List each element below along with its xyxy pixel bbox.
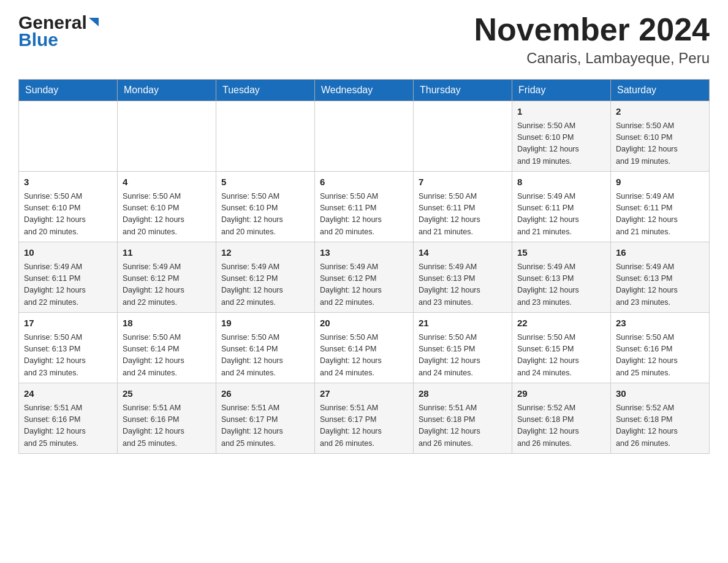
calendar-week-row: 24Sunrise: 5:51 AMSunset: 6:16 PMDayligh… — [19, 383, 710, 454]
calendar-week-row: 10Sunrise: 5:49 AMSunset: 6:11 PMDayligh… — [19, 242, 710, 313]
calendar-cell: 7Sunrise: 5:50 AMSunset: 6:11 PMDaylight… — [414, 172, 512, 242]
calendar-cell — [216, 101, 315, 172]
day-header-monday: Monday — [118, 80, 216, 101]
calendar-cell: 21Sunrise: 5:50 AMSunset: 6:15 PMDayligh… — [414, 313, 512, 383]
day-info: Sunrise: 5:52 AMSunset: 6:18 PMDaylight:… — [517, 402, 605, 450]
calendar-cell: 29Sunrise: 5:52 AMSunset: 6:18 PMDayligh… — [512, 383, 611, 454]
day-info: Sunrise: 5:49 AMSunset: 6:12 PMDaylight:… — [320, 261, 408, 309]
calendar-cell — [414, 101, 512, 172]
day-number: 19 — [221, 316, 309, 331]
calendar-cell: 27Sunrise: 5:51 AMSunset: 6:17 PMDayligh… — [315, 383, 414, 454]
month-title: November 2024 — [474, 12, 710, 47]
day-info: Sunrise: 5:50 AMSunset: 6:11 PMDaylight:… — [419, 191, 507, 239]
calendar-cell: 2Sunrise: 5:50 AMSunset: 6:10 PMDaylight… — [611, 101, 710, 172]
calendar-cell: 15Sunrise: 5:49 AMSunset: 6:13 PMDayligh… — [512, 242, 611, 313]
day-info: Sunrise: 5:50 AMSunset: 6:11 PMDaylight:… — [320, 191, 408, 239]
day-info: Sunrise: 5:50 AMSunset: 6:15 PMDaylight:… — [517, 332, 605, 380]
day-number: 6 — [320, 175, 408, 190]
day-number: 5 — [221, 175, 309, 190]
logo: General Blue — [18, 12, 100, 50]
day-number: 7 — [419, 175, 507, 190]
calendar-cell: 8Sunrise: 5:49 AMSunset: 6:11 PMDaylight… — [512, 172, 611, 242]
calendar-cell: 23Sunrise: 5:50 AMSunset: 6:16 PMDayligh… — [611, 313, 710, 383]
day-header-friday: Friday — [512, 80, 611, 101]
calendar-cell: 17Sunrise: 5:50 AMSunset: 6:13 PMDayligh… — [19, 313, 118, 383]
day-info: Sunrise: 5:49 AMSunset: 6:13 PMDaylight:… — [616, 261, 704, 309]
day-number: 27 — [320, 387, 408, 401]
day-number: 23 — [616, 316, 704, 331]
calendar-cell: 1Sunrise: 5:50 AMSunset: 6:10 PMDaylight… — [512, 101, 611, 172]
day-number: 22 — [517, 316, 605, 331]
day-info: Sunrise: 5:50 AMSunset: 6:14 PMDaylight:… — [123, 332, 211, 380]
calendar-cell: 26Sunrise: 5:51 AMSunset: 6:17 PMDayligh… — [216, 383, 315, 454]
calendar-cell: 25Sunrise: 5:51 AMSunset: 6:16 PMDayligh… — [118, 383, 216, 454]
day-header-thursday: Thursday — [414, 80, 512, 101]
day-header-tuesday: Tuesday — [216, 80, 315, 101]
day-number: 28 — [419, 387, 507, 401]
day-info: Sunrise: 5:50 AMSunset: 6:14 PMDaylight:… — [320, 332, 408, 380]
day-number: 24 — [24, 387, 112, 401]
day-info: Sunrise: 5:49 AMSunset: 6:13 PMDaylight:… — [517, 261, 605, 309]
day-info: Sunrise: 5:50 AMSunset: 6:10 PMDaylight:… — [123, 191, 211, 239]
day-number: 8 — [517, 175, 605, 190]
day-info: Sunrise: 5:51 AMSunset: 6:18 PMDaylight:… — [419, 402, 507, 450]
day-number: 13 — [320, 246, 408, 260]
calendar-week-row: 3Sunrise: 5:50 AMSunset: 6:10 PMDaylight… — [19, 172, 710, 242]
calendar-cell: 12Sunrise: 5:49 AMSunset: 6:12 PMDayligh… — [216, 242, 315, 313]
day-info: Sunrise: 5:50 AMSunset: 6:10 PMDaylight:… — [221, 191, 309, 239]
calendar-cell: 13Sunrise: 5:49 AMSunset: 6:12 PMDayligh… — [315, 242, 414, 313]
day-info: Sunrise: 5:50 AMSunset: 6:13 PMDaylight:… — [24, 332, 112, 380]
calendar-cell: 22Sunrise: 5:50 AMSunset: 6:15 PMDayligh… — [512, 313, 611, 383]
calendar-cell — [315, 101, 414, 172]
day-number: 15 — [517, 246, 605, 260]
calendar-cell: 24Sunrise: 5:51 AMSunset: 6:16 PMDayligh… — [19, 383, 118, 454]
day-number: 9 — [616, 175, 704, 190]
calendar-cell — [118, 101, 216, 172]
calendar-header-row: SundayMondayTuesdayWednesdayThursdayFrid… — [19, 80, 710, 101]
day-header-saturday: Saturday — [611, 80, 710, 101]
day-number: 29 — [517, 387, 605, 401]
calendar-cell: 30Sunrise: 5:52 AMSunset: 6:18 PMDayligh… — [611, 383, 710, 454]
day-number: 3 — [24, 175, 112, 190]
day-info: Sunrise: 5:51 AMSunset: 6:17 PMDaylight:… — [221, 402, 309, 450]
day-number: 26 — [221, 387, 309, 401]
calendar-cell: 16Sunrise: 5:49 AMSunset: 6:13 PMDayligh… — [611, 242, 710, 313]
calendar-cell: 18Sunrise: 5:50 AMSunset: 6:14 PMDayligh… — [118, 313, 216, 383]
day-number: 17 — [24, 316, 112, 331]
day-header-wednesday: Wednesday — [315, 80, 414, 101]
day-info: Sunrise: 5:51 AMSunset: 6:16 PMDaylight:… — [24, 402, 112, 450]
day-number: 12 — [221, 246, 309, 260]
calendar-cell: 6Sunrise: 5:50 AMSunset: 6:11 PMDaylight… — [315, 172, 414, 242]
day-number: 30 — [616, 387, 704, 401]
day-number: 4 — [123, 175, 211, 190]
page-header: General Blue November 2024 Canaris, Lamb… — [18, 12, 710, 67]
day-number: 25 — [123, 387, 211, 401]
day-info: Sunrise: 5:52 AMSunset: 6:18 PMDaylight:… — [616, 402, 704, 450]
calendar-cell — [19, 101, 118, 172]
day-info: Sunrise: 5:51 AMSunset: 6:17 PMDaylight:… — [320, 402, 408, 450]
day-number: 18 — [123, 316, 211, 331]
day-number: 14 — [419, 246, 507, 260]
calendar-cell: 11Sunrise: 5:49 AMSunset: 6:12 PMDayligh… — [118, 242, 216, 313]
calendar-week-row: 17Sunrise: 5:50 AMSunset: 6:13 PMDayligh… — [19, 313, 710, 383]
day-number: 11 — [123, 246, 211, 260]
calendar-cell: 19Sunrise: 5:50 AMSunset: 6:14 PMDayligh… — [216, 313, 315, 383]
day-info: Sunrise: 5:49 AMSunset: 6:12 PMDaylight:… — [221, 261, 309, 309]
day-number: 10 — [24, 246, 112, 260]
logo-blue: Blue — [18, 29, 58, 50]
day-number: 1 — [517, 105, 605, 119]
calendar-cell: 20Sunrise: 5:50 AMSunset: 6:14 PMDayligh… — [315, 313, 414, 383]
calendar-week-row: 1Sunrise: 5:50 AMSunset: 6:10 PMDaylight… — [19, 101, 710, 172]
calendar-cell: 28Sunrise: 5:51 AMSunset: 6:18 PMDayligh… — [414, 383, 512, 454]
day-info: Sunrise: 5:49 AMSunset: 6:11 PMDaylight:… — [24, 261, 112, 309]
day-info: Sunrise: 5:49 AMSunset: 6:13 PMDaylight:… — [419, 261, 507, 309]
calendar-table: SundayMondayTuesdayWednesdayThursdayFrid… — [18, 79, 710, 454]
day-number: 2 — [616, 105, 704, 119]
calendar-cell: 9Sunrise: 5:49 AMSunset: 6:11 PMDaylight… — [611, 172, 710, 242]
day-info: Sunrise: 5:50 AMSunset: 6:10 PMDaylight:… — [517, 120, 605, 168]
svg-marker-0 — [89, 18, 99, 26]
day-info: Sunrise: 5:49 AMSunset: 6:11 PMDaylight:… — [616, 191, 704, 239]
calendar-cell: 14Sunrise: 5:49 AMSunset: 6:13 PMDayligh… — [414, 242, 512, 313]
location-subtitle: Canaris, Lambayeque, Peru — [474, 50, 710, 67]
day-info: Sunrise: 5:49 AMSunset: 6:12 PMDaylight:… — [123, 261, 211, 309]
